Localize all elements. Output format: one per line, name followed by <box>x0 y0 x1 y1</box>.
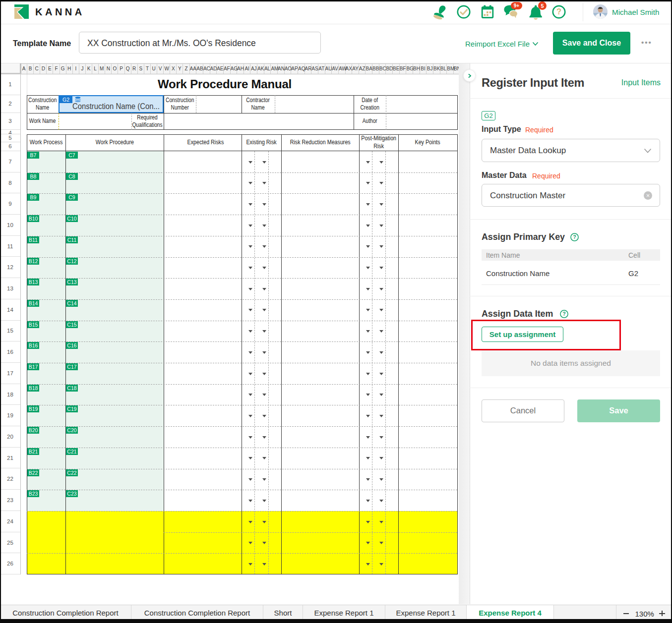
svg-text:?: ? <box>562 311 565 317</box>
svg-text:?: ? <box>573 234 576 240</box>
